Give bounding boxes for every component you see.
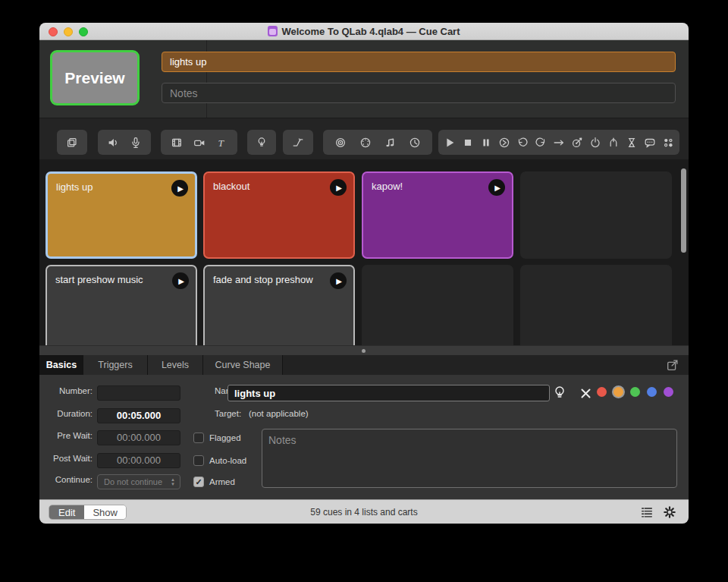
cue-toolbar: T [39,118,689,159]
play-cue-button[interactable]: ▶ [171,180,188,197]
target-cue-icon[interactable] [570,136,584,149]
disarm-cue-icon[interactable] [607,136,620,149]
arm-cue-icon[interactable] [588,136,602,149]
devamp-cue-icon[interactable] [497,136,511,149]
post-wait-label: Post Wait: [43,454,93,463]
cue-card-kapow[interactable]: kapow! ▶ [362,171,513,259]
armed-checkbox[interactable]: ✓ [193,477,204,487]
popout-inspector-icon[interactable] [666,358,679,372]
cue-card-empty-slot[interactable] [362,265,513,345]
light-bulb-icon[interactable] [552,385,567,401]
stop-cue-icon[interactable] [461,136,475,149]
cue-card-label: fade and stop preshow [213,274,313,285]
play-cue-button[interactable]: ▶ [172,272,189,289]
video-cue-icon[interactable] [170,136,184,149]
tab-curve-shape-label: Curve Shape [215,360,271,370]
preview-button[interactable]: Preview [50,50,140,105]
cue-card-lights-up[interactable]: lights up ▶ [46,171,197,259]
camera-cue-icon[interactable] [193,136,206,149]
inspector-name-input[interactable] [228,385,550,401]
inspector-notes-textarea[interactable] [262,429,677,488]
autoload-checkbox[interactable] [193,455,204,466]
color-orange-swatch[interactable] [613,387,623,397]
color-red-swatch[interactable] [597,387,607,397]
toolbar-group-fade [283,130,313,155]
cue-color-swatches [597,387,673,397]
network-cue-icon[interactable] [334,136,347,149]
load-cue-icon[interactable] [534,136,548,149]
splitter-handle-dot [362,349,366,353]
tab-triggers[interactable]: Triggers [83,355,148,375]
pre-wait-input[interactable]: 00:00.000 [97,430,180,445]
clear-color-icon[interactable] [581,388,591,398]
play-cue-button[interactable]: ▶ [488,179,505,196]
light-cue-icon[interactable] [255,136,268,149]
toolbar-group-light [247,130,276,155]
cue-name-input[interactable] [162,52,676,72]
midi-file-cue-icon[interactable] [383,136,397,149]
cue-cart-grid: lights up ▶ blackout ▶ kapow! ▶ start pr… [39,159,689,345]
flagged-label: Flagged [209,433,241,442]
timecode-cue-icon[interactable] [408,136,422,149]
continue-dropdown-value: Do not continue [104,477,162,486]
duration-input[interactable]: 00:05.000 [97,408,180,423]
color-purple-swatch[interactable] [664,387,673,397]
armed-label: Armed [209,477,235,486]
number-input[interactable] [97,385,180,401]
group-cue-icon[interactable] [65,136,79,149]
autoload-label: Auto-load [209,456,246,465]
preview-button-label: Preview [64,69,124,87]
target-label: Target: [215,409,241,418]
cue-card-blackout[interactable]: blackout ▶ [203,171,355,259]
mic-cue-icon[interactable] [129,136,143,149]
color-green-swatch[interactable] [630,387,640,397]
audio-cue-icon[interactable] [106,136,120,149]
tab-curve-shape[interactable]: Curve Shape [203,355,283,375]
cue-notes-input[interactable] [162,83,676,103]
reset-cue-icon[interactable] [516,136,529,149]
color-blue-swatch[interactable] [647,387,657,397]
flagged-checkbox[interactable] [193,433,204,443]
tab-levels-label: Levels [162,360,189,370]
memo-cue-icon[interactable] [661,136,675,149]
close-window-button[interactable] [49,27,58,36]
cue-card-empty-slot[interactable] [520,265,672,345]
duration-label: Duration: [43,409,93,418]
script-cue-icon[interactable] [643,136,657,149]
cue-lists-icon[interactable] [640,505,654,519]
tab-basics[interactable]: Basics [39,355,83,375]
wait-cue-icon[interactable] [625,136,639,149]
cue-card-label: kapow! [372,181,403,192]
tab-triggers-label: Triggers [98,360,132,370]
pre-wait-label: Pre Wait: [43,431,93,440]
settings-gear-icon[interactable] [663,505,676,519]
goto-cue-icon[interactable] [552,136,566,149]
midi-cue-icon[interactable] [359,136,372,149]
target-value: (not applicable) [249,409,309,418]
svg-text:T: T [218,137,225,148]
toolbar-group-network [323,130,432,155]
zoom-window-button[interactable] [79,27,88,36]
play-cue-button[interactable]: ▶ [330,179,347,196]
minimize-window-button[interactable] [64,27,73,36]
continue-dropdown[interactable]: Do not continue ▲▼ [97,474,180,489]
cart-scrollbar[interactable] [681,168,686,253]
cue-card-fade-and-stop-preshow[interactable]: fade and stop preshow ▶ [203,265,355,345]
cue-card-empty-slot[interactable] [520,171,672,259]
inspector-panel: Number: Duration: 00:05.000 Pre Wait: 00… [39,375,689,499]
play-cue-button[interactable]: ▶ [330,272,347,289]
pause-cue-icon[interactable] [479,136,493,149]
cue-card-label: blackout [213,181,249,192]
cue-card-start-preshow-music[interactable]: start preshow music ▶ [46,265,197,345]
text-cue-icon[interactable]: T [215,136,228,149]
panel-splitter[interactable] [39,345,689,355]
tab-levels[interactable]: Levels [148,355,203,375]
fade-cue-icon[interactable] [291,136,305,149]
start-cue-icon[interactable] [443,136,457,149]
qlab-window: Welcome To QLab 4.qlab4 — Cue Cart Previ… [39,23,689,524]
post-wait-input[interactable]: 00:00.000 [97,453,180,468]
stepper-arrows-icon[interactable]: ▲▼ [169,477,177,487]
title-bar[interactable]: Welcome To QLab 4.qlab4 — Cue Cart [39,23,689,40]
window-title: Welcome To QLab 4.qlab4 — Cue Cart [268,26,460,37]
toolbar-group-control [438,130,679,155]
